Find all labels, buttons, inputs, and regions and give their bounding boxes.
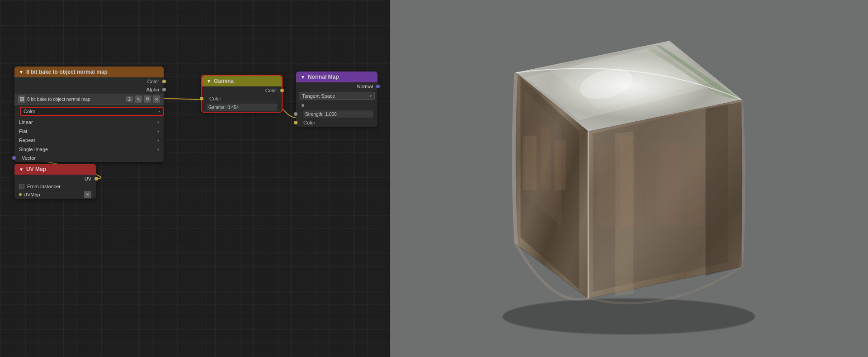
gamma-collapse-icon[interactable]: ▼ [207, 79, 211, 84]
texture-node-title: 8 bit bake to object normal map [26, 69, 108, 75]
texture-vector-input: Vector [14, 154, 164, 162]
singleimage-select[interactable]: Single Image ▾ [19, 147, 159, 152]
normalmap-color-input: Color [296, 119, 377, 127]
gamma-color-socket[interactable] [280, 89, 284, 92]
gamma-value-row: Gamma: 0.454 [202, 103, 282, 112]
texture-node-header: ▼ 8 bit bake to object normal map [14, 67, 164, 77]
gamma-input-label: Color [209, 96, 221, 101]
texture-copy-btn[interactable]: ⧉ [144, 95, 151, 103]
texture-edit-btn[interactable]: ✎ [135, 95, 142, 103]
texture-collapse-icon[interactable]: ▼ [19, 70, 24, 75]
gamma-value-bar[interactable]: Gamma: 0.454 [207, 104, 277, 111]
gamma-color-output: Color [202, 86, 282, 95]
normalmap-strength-value: 1.000 [326, 112, 337, 117]
viewport[interactable] [390, 0, 868, 357]
svg-rect-20 [660, 140, 681, 226]
svg-marker-23 [706, 102, 742, 276]
texture-vector-label: Vector [22, 155, 36, 161]
uvmap-close-btn[interactable]: ✕ [84, 191, 91, 198]
flat-label: Flat [19, 129, 27, 134]
linear-label: Linear [19, 119, 33, 125]
repeat-label: Repeat [19, 138, 35, 143]
from-instancer-checkbox[interactable] [19, 184, 24, 189]
gamma-output-label: Color [265, 88, 277, 93]
texture-alpha-socket[interactable] [162, 88, 166, 91]
texture-img-icon: 🖼 [18, 95, 25, 103]
color-select[interactable]: Color ▾ [20, 107, 164, 116]
flat-chevron-icon: ▾ [157, 129, 159, 133]
svg-rect-13 [541, 127, 550, 190]
uvmap-tag-label: UVMap [24, 192, 40, 197]
normalmap-output-label: Normal [357, 84, 373, 89]
svg-rect-14 [554, 140, 566, 190]
linear-chevron-icon: ▾ [157, 120, 159, 124]
tangent-space-label: Tangent Space [302, 93, 335, 99]
flat-row: Flat ▾ [14, 127, 164, 136]
color-select-label: Color [24, 109, 35, 114]
tangent-chevron-icon: ▾ [370, 94, 372, 98]
normalmap-normal-socket[interactable] [376, 85, 380, 88]
uvmap-header: ▼ UV Map [14, 164, 96, 175]
color-chevron-icon: ▾ [158, 109, 160, 114]
texture-vector-socket[interactable] [12, 156, 16, 160]
svg-rect-21 [688, 149, 703, 226]
repeat-chevron-icon: ▾ [157, 138, 159, 143]
svg-marker-22 [615, 131, 633, 296]
normalmap-color-socket[interactable] [294, 121, 297, 124]
repeat-row: Repeat ▾ [14, 136, 164, 145]
node-editor[interactable]: ▼ 8 bit bake to object normal map Color … [0, 0, 389, 357]
normalmap-dot-row [296, 101, 377, 109]
singleimage-row: Single Image ▾ [14, 145, 164, 154]
normalmap-strength-row: Strength: 1.000 [296, 109, 377, 119]
gamma-color-input: Color [202, 95, 282, 103]
viewport-svg [390, 0, 868, 357]
uvmap-dot [19, 193, 22, 196]
normalmap-small-dot [302, 104, 304, 107]
uvmap-node: ▼ UV Map UV From Instancer UVMap ✕ [14, 164, 96, 199]
texture-subheader: 🖼 8 bit bake to object normal map 2 ✎ ⧉ … [14, 94, 164, 105]
uvmap-uv-output: UV [14, 175, 96, 183]
normalmap-strength-bar[interactable]: Strength: 1.000 [303, 110, 373, 118]
gamma-value: 0.454 [227, 105, 239, 110]
gamma-input-socket[interactable] [200, 97, 203, 100]
repeat-select[interactable]: Repeat ▾ [19, 138, 159, 143]
texture-img-num: 2 [126, 96, 133, 102]
normalmap-header: ▼ Normal Map [296, 71, 377, 82]
normalmap-node: ▼ Normal Map Normal Tangent Space ▾ Stre… [296, 71, 377, 127]
from-instancer-label: From Instancer [27, 184, 61, 189]
svg-rect-19 [642, 154, 656, 226]
linear-select[interactable]: Linear ▾ [19, 119, 159, 125]
uvmap-output-label: UV [85, 176, 91, 181]
texture-node: ▼ 8 bit bake to object normal map Color … [14, 67, 164, 162]
normalmap-normal-output: Normal [296, 82, 377, 90]
texture-alpha-output: Alpha [14, 86, 164, 94]
normalmap-strength-socket[interactable] [294, 112, 297, 116]
normalmap-collapse-icon[interactable]: ▼ [301, 75, 305, 80]
gamma-node-title: Gamma [214, 78, 234, 84]
texture-alpha-label: Alpha [146, 87, 159, 92]
uvmap-collapse-icon[interactable]: ▼ [19, 167, 24, 172]
linear-row: Linear ▾ [14, 118, 164, 127]
tangent-space-select[interactable]: Tangent Space ▾ [299, 92, 375, 100]
uvmap-title: UV Map [26, 166, 46, 172]
singleimage-label: Single Image [19, 147, 48, 152]
texture-color-socket[interactable] [162, 80, 166, 83]
color-select-wrapper: Color ▾ [14, 105, 164, 118]
uvmap-tag-row: UVMap ✕ [14, 190, 96, 199]
texture-color-label: Color [147, 79, 159, 84]
svg-rect-17 [597, 145, 615, 226]
flat-select[interactable]: Flat ▾ [19, 129, 159, 134]
texture-color-output: Color [14, 77, 164, 86]
normalmap-strength-label: Strength: [305, 112, 324, 117]
texture-img-name: 8 bit bake to object normal map [27, 97, 124, 102]
gamma-value-label: Gamma: [208, 105, 226, 110]
uvmap-uv-socket[interactable] [94, 177, 98, 181]
normalmap-title: Normal Map [308, 74, 339, 80]
normalmap-color-label: Color [303, 120, 315, 125]
singleimage-chevron-icon: ▾ [157, 148, 159, 152]
from-instancer-row: From Instancer [14, 183, 96, 190]
tangent-space-wrapper: Tangent Space ▾ [296, 90, 377, 101]
gamma-node: ▼ Gamma Color Color Gamma: 0.454 [201, 75, 283, 113]
gamma-node-header: ▼ Gamma [202, 76, 282, 86]
texture-close-btn[interactable]: ✕ [153, 95, 160, 103]
